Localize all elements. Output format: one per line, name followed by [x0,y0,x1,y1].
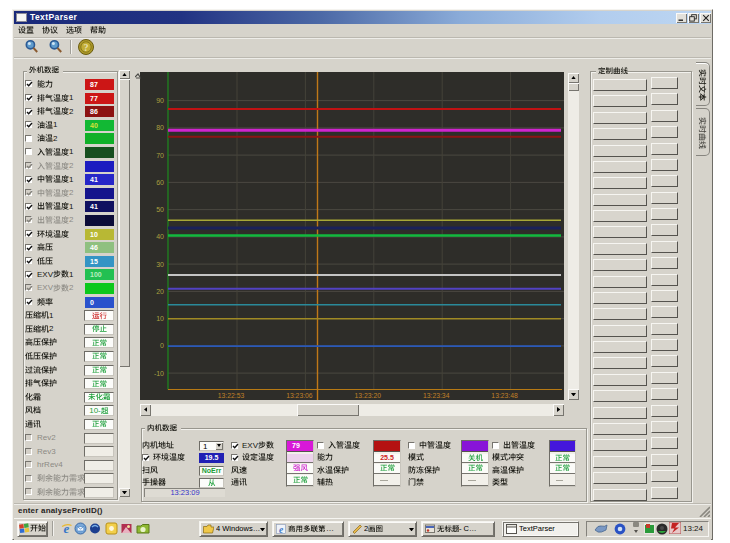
svg-text:20: 20 [156,287,164,294]
svg-text:0: 0 [160,342,164,349]
svg-text:?: ? [83,42,88,53]
svg-text:80: 80 [156,124,164,131]
svg-text:-10: -10 [154,369,164,376]
svg-text:50: 50 [156,206,164,213]
svg-text:40: 40 [156,233,164,240]
svg-text:e: e [63,522,69,535]
svg-text:70: 70 [156,151,164,158]
svg-text:13:23:34: 13:23:34 [423,392,450,399]
svg-text:13:23:20: 13:23:20 [355,392,382,399]
svg-text:13:22:53: 13:22:53 [218,392,245,399]
svg-text:30: 30 [156,260,164,267]
svg-text:13:23:06: 13:23:06 [286,392,313,399]
svg-text:60: 60 [156,178,164,185]
svg-text:10: 10 [156,315,164,322]
svg-text:13:23:48: 13:23:48 [491,392,518,399]
svg-text:90: 90 [156,97,164,104]
